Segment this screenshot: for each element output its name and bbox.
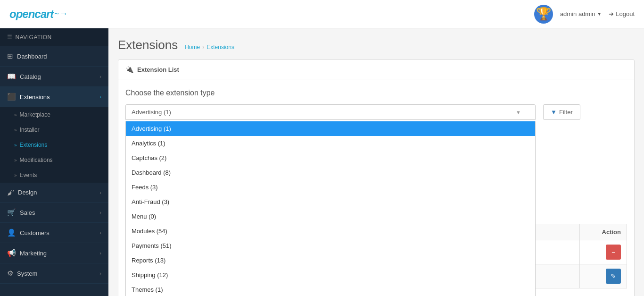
filter-button[interactable]: ▼ Filter — [543, 104, 580, 120]
logout-arrow-icon: ➜ — [609, 10, 614, 17]
col-action: Action — [580, 224, 627, 240]
marketing-icon: 📢 — [7, 249, 16, 257]
sidebar-item-marketing[interactable]: 📢 Marketing › — [0, 243, 108, 263]
sidebar-item-catalog[interactable]: 📖 Catalog › — [0, 67, 108, 87]
dropdown-option-themes[interactable]: Themes (1) — [126, 282, 535, 296]
system-chevron-icon: › — [99, 271, 101, 276]
sales-icon: 🛒 — [7, 208, 16, 217]
dropdown-option-reports[interactable]: Reports (13) — [126, 253, 535, 268]
dropdown-arrow-icon: ▼ — [516, 110, 521, 115]
content-area: Extensions Home › Extensions 🔌 Extension… — [108, 28, 644, 296]
sidebar: ☰ NAVIGATION ⊞ Dashboard 📖 Catalog › ⬛ E… — [0, 28, 108, 296]
main-layout: ☰ NAVIGATION ⊞ Dashboard 📖 Catalog › ⬛ E… — [0, 28, 644, 296]
sidebar-item-design[interactable]: 🖌 Design › — [0, 183, 108, 203]
sidebar-item-dashboard[interactable]: ⊞ Dashboard — [0, 46, 108, 67]
extlist-dot-icon: » — [14, 143, 17, 148]
row2-actions: ✎ — [580, 264, 627, 288]
system-icon: ⚙ — [7, 269, 13, 278]
dropdown-option-payments[interactable]: Payments (51) — [126, 238, 535, 253]
extension-type-dropdown-container: Advertising (1) ▼ Advertising (1) Analyt… — [125, 104, 536, 120]
section-title: Choose the extension type — [125, 89, 627, 97]
breadcrumb-extensions[interactable]: Extensions — [206, 44, 234, 51]
sidebar-item-modifications[interactable]: » Modifications — [0, 152, 108, 168]
dropdown-option-shipping[interactable]: Shipping (12) — [126, 268, 535, 282]
extension-type-dropdown[interactable]: Advertising (1) ▼ — [125, 104, 536, 120]
logout-button[interactable]: ➜ Logout — [609, 10, 635, 17]
sales-chevron-icon: › — [99, 210, 101, 215]
sidebar-item-marketplace[interactable]: » Marketplace — [0, 107, 108, 122]
breadcrumb-home[interactable]: Home — [185, 44, 200, 51]
edit-button[interactable]: ✎ — [606, 269, 621, 284]
page-header: Extensions Home › Extensions — [118, 38, 635, 52]
card-header: 🔌 Extension List — [118, 60, 634, 79]
extensions-chevron-icon: › — [99, 94, 101, 100]
logo-tilde: ~→ — [54, 9, 68, 19]
dropdown-option-antifraud[interactable]: Anti-Fraud (3) — [126, 195, 535, 209]
dropdown-option-analytics[interactable]: Analytics (1) — [126, 136, 535, 151]
card-body: Choose the extension type Advertising (1… — [118, 79, 634, 296]
sidebar-item-events[interactable]: » Events — [0, 168, 108, 183]
extension-list-card: 🔌 Extension List Choose the extension ty… — [118, 59, 635, 296]
sidebar-item-extensions[interactable]: ⬛ Extensions › — [0, 87, 108, 107]
dropdown-option-feeds[interactable]: Feeds (3) — [126, 180, 535, 195]
modifications-dot-icon: » — [14, 158, 17, 163]
dropdown-option-menu[interactable]: Menu (0) — [126, 209, 535, 224]
dropdown-option-dashboard[interactable]: Dashboard (8) — [126, 165, 535, 180]
admin-dropdown[interactable]: admin admin ▼ — [560, 10, 602, 17]
nav-header: ☰ NAVIGATION — [0, 28, 108, 46]
breadcrumb: Home › Extensions — [185, 44, 234, 51]
hamburger-icon: ☰ — [7, 34, 13, 41]
sidebar-item-ext-list[interactable]: » Extensions — [0, 137, 108, 152]
row-actions: − — [580, 240, 627, 264]
sidebar-item-customers[interactable]: 👤 Customers › — [0, 223, 108, 243]
admin-name: admin admin — [560, 10, 595, 17]
extension-type-dropdown-list: Advertising (1) Analytics (1) Captchas (… — [125, 121, 536, 296]
puzzle-icon: 🔌 — [125, 66, 133, 73]
dropdown-option-advertising[interactable]: Advertising (1) — [126, 121, 535, 136]
page-title: Extensions — [118, 38, 178, 52]
customers-chevron-icon: › — [99, 230, 101, 236]
extensions-submenu: » Marketplace » Installer » Extensions »… — [0, 107, 108, 183]
marketing-chevron-icon: › — [99, 250, 101, 256]
marketplace-dot-icon: » — [14, 112, 17, 118]
admin-dropdown-arrow: ▼ — [597, 11, 602, 17]
logo: opencart ~→ — [9, 8, 68, 21]
filter-icon: ▼ — [551, 109, 557, 116]
delete-button[interactable]: − — [606, 245, 621, 260]
design-icon: 🖌 — [7, 188, 14, 196]
extensions-icon: ⬛ — [7, 93, 16, 101]
top-header: opencart ~→ 🏆 admin admin ▼ ➜ Logout — [0, 0, 644, 28]
dropdown-option-modules[interactable]: Modules (54) — [126, 224, 535, 238]
design-chevron-icon: › — [99, 190, 101, 195]
avatar: 🏆 — [534, 5, 553, 24]
sidebar-item-sales[interactable]: 🛒 Sales › — [0, 203, 108, 223]
dropdown-option-captchas[interactable]: Captchas (2) — [126, 151, 535, 165]
logo-text: opencart — [9, 8, 53, 21]
events-dot-icon: » — [14, 173, 17, 178]
sidebar-item-system[interactable]: ⚙ System › — [0, 263, 108, 284]
installer-dot-icon: » — [14, 127, 17, 133]
customers-icon: 👤 — [7, 228, 16, 237]
breadcrumb-sep: › — [202, 44, 204, 51]
dashboard-icon: ⊞ — [7, 52, 13, 60]
catalog-chevron-icon: › — [99, 74, 101, 79]
header-right: 🏆 admin admin ▼ ➜ Logout — [534, 5, 635, 24]
filter-row: Advertising (1) ▼ Advertising (1) Analyt… — [125, 104, 627, 125]
catalog-icon: 📖 — [7, 72, 16, 81]
sidebar-item-installer[interactable]: » Installer — [0, 122, 108, 137]
